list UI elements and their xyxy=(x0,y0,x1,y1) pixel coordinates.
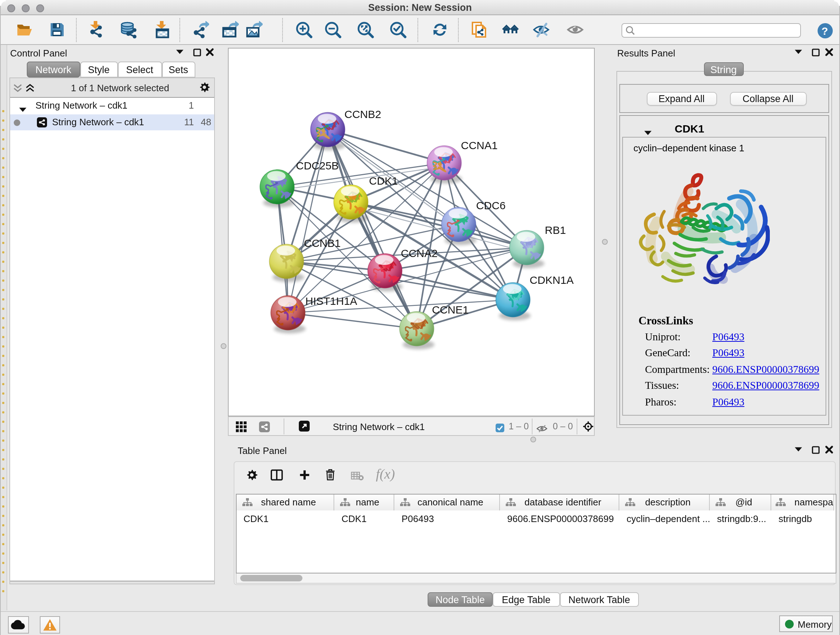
svg-text:CDC25B: CDC25B xyxy=(296,160,339,172)
svg-text:CDC6: CDC6 xyxy=(476,200,506,211)
svg-text:CCNE1: CCNE1 xyxy=(432,304,469,316)
svg-text:CCNA1: CCNA1 xyxy=(461,139,498,151)
svg-text:HIST1H1A: HIST1H1A xyxy=(305,295,357,307)
svg-text:CDK1: CDK1 xyxy=(369,175,398,187)
svg-text:CCNB2: CCNB2 xyxy=(344,108,381,120)
svg-text:CCNB1: CCNB1 xyxy=(304,237,341,249)
svg-text:CDKN1A: CDKN1A xyxy=(530,274,574,286)
svg-text:CCNA2: CCNA2 xyxy=(401,247,438,259)
svg-text:RB1: RB1 xyxy=(545,224,566,236)
